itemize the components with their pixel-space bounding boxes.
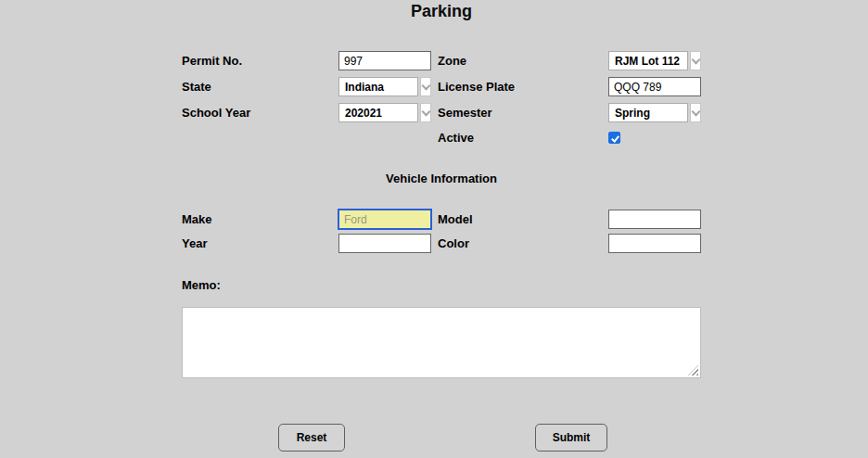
zone-selected-value-box: RJM Lot 112 <box>608 51 688 70</box>
model-input[interactable] <box>608 210 701 229</box>
state-selected-value-box: Indiana <box>338 77 418 96</box>
school-year-select[interactable]: 202021 <box>338 103 431 122</box>
zone-select[interactable]: RJM Lot 112 <box>608 51 701 70</box>
school-year-selected-value: 202021 <box>345 107 382 120</box>
color-label: Color <box>438 236 469 250</box>
model-label: Model <box>438 212 473 226</box>
chevron-down-icon <box>691 108 700 117</box>
school-year-selected-value-box: 202021 <box>338 103 418 122</box>
school-year-label: School Year <box>182 106 250 120</box>
reset-button[interactable]: Reset <box>278 424 345 452</box>
page-title: Parking <box>182 2 701 21</box>
year-label: Year <box>182 236 207 250</box>
chevron-down-icon <box>421 108 430 117</box>
state-dropdown-button[interactable] <box>420 77 431 96</box>
state-select[interactable]: Indiana <box>338 77 431 96</box>
memo-label: Memo: <box>182 278 221 292</box>
memo-textarea[interactable] <box>182 307 701 378</box>
color-input[interactable] <box>608 234 701 253</box>
active-label: Active <box>438 131 474 145</box>
semester-select[interactable]: Spring <box>608 103 701 122</box>
semester-selected-value-box: Spring <box>608 103 688 122</box>
check-icon <box>611 134 619 142</box>
active-checkbox[interactable] <box>608 132 620 144</box>
chevron-down-icon <box>691 56 700 65</box>
make-label: Make <box>182 212 212 226</box>
semester-dropdown-button[interactable] <box>690 103 701 122</box>
year-input[interactable] <box>338 234 431 253</box>
make-input[interactable] <box>338 209 432 230</box>
school-year-dropdown-button[interactable] <box>420 103 431 122</box>
submit-button[interactable]: Submit <box>535 424 607 452</box>
permit-no-input[interactable] <box>338 51 431 70</box>
state-selected-value: Indiana <box>345 81 384 94</box>
vehicle-information-heading: Vehicle Information <box>182 172 701 185</box>
zone-label: Zone <box>438 54 466 68</box>
permit-no-label: Permit No. <box>182 54 242 68</box>
semester-selected-value: Spring <box>615 107 650 120</box>
license-plate-label: License Plate <box>438 80 515 94</box>
state-label: State <box>182 80 211 94</box>
zone-selected-value: RJM Lot 112 <box>615 55 680 68</box>
zone-dropdown-button[interactable] <box>690 51 701 70</box>
license-plate-input[interactable] <box>608 77 701 96</box>
semester-label: Semester <box>438 106 492 120</box>
memo-textarea-wrap <box>182 307 701 378</box>
chevron-down-icon <box>421 82 430 91</box>
parking-form-page: Parking Permit No. Zone RJM Lot 112 Stat… <box>0 0 868 458</box>
